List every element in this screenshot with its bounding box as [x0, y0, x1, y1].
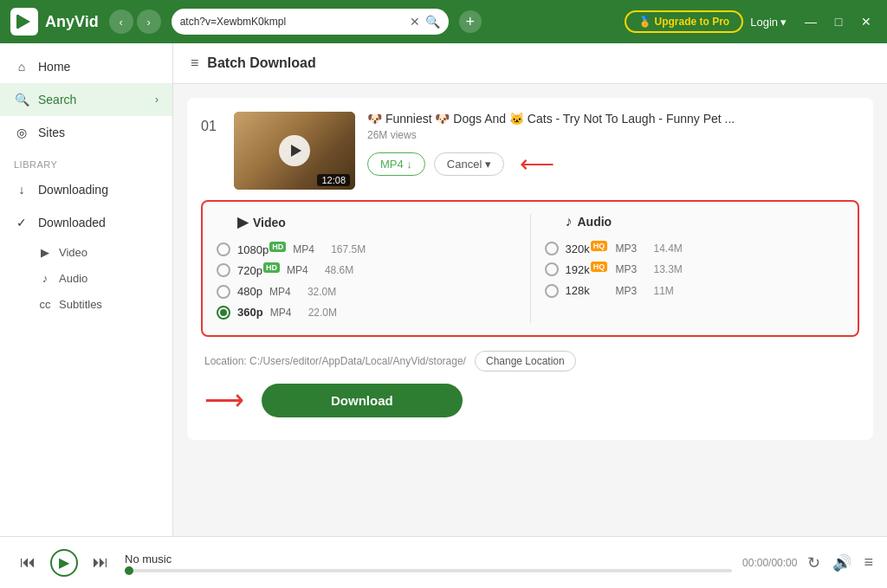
url-bar: atch?v=XewbmK0kmpl ✕ 🔍	[172, 9, 449, 35]
subtitles-sub-label: Subtitles	[59, 298, 102, 311]
audio-header-label: Audio	[578, 215, 612, 229]
video-sub-label: Video	[59, 246, 87, 259]
change-location-button[interactable]: Change Location	[475, 351, 576, 372]
sites-icon: ◎	[14, 125, 29, 140]
maximize-button[interactable]: □	[828, 11, 849, 32]
format-row-480p[interactable]: 480p MP4 32.0M	[217, 281, 516, 302]
format-row-320k[interactable]: 320kHQ MP3 14.4M	[545, 238, 845, 259]
type-360p: MP4	[270, 307, 301, 319]
res-1080p: 1080pHD	[237, 242, 286, 256]
type-320k: MP3	[616, 242, 647, 255]
sidebar: ⌂ Home 🔍 Search › ◎ Sites Library ↓ Down…	[0, 43, 173, 536]
url-close-icon[interactable]: ✕	[410, 15, 420, 29]
cancel-button[interactable]: Cancel ▾	[434, 152, 504, 176]
format-row-1080p[interactable]: 1080pHD MP4 167.5M	[217, 239, 516, 260]
res-360p: 360p	[237, 306, 263, 319]
sidebar-item-downloading[interactable]: ↓ Downloading	[0, 173, 172, 206]
format-row-720p[interactable]: 720pHD MP4 48.6M	[217, 260, 516, 281]
player-time: 00:00/00:00	[742, 557, 797, 569]
format-button[interactable]: MP4 ↓	[367, 152, 425, 176]
red-arrow-icon: ⟵	[520, 150, 554, 178]
nav-arrows: ‹ ›	[109, 10, 161, 34]
video-card: 01 12:08 🐶 Funniest 🐶 Dogs And 🐱 Cats - …	[187, 98, 873, 440]
radio-720p[interactable]	[217, 263, 230, 277]
video-sub-icon: ▶	[38, 245, 52, 259]
nav-back[interactable]: ‹	[109, 10, 133, 34]
next-button[interactable]: ⏭	[87, 549, 114, 577]
library-section-label: Library	[0, 149, 172, 173]
audio-sub-icon: ♪	[38, 271, 52, 285]
size-1080p: 167.5M	[331, 243, 379, 255]
audio-format-header: ♪ Audio	[545, 214, 845, 229]
nav-forward[interactable]: ›	[137, 10, 161, 34]
new-tab-button[interactable]: +	[459, 10, 482, 33]
audio-format-col: ♪ Audio 320kHQ MP3 14.4M	[545, 214, 845, 323]
type-720p: MP4	[287, 264, 318, 276]
player-right-controls: ↻ 🔊 ≡	[807, 553, 873, 572]
format-row-128k[interactable]: 128k MP3 11M	[545, 281, 845, 301]
player-progress-dot	[125, 566, 133, 575]
sidebar-item-sites[interactable]: ◎ Sites	[0, 116, 172, 149]
radio-360p[interactable]	[217, 306, 230, 320]
video-info: 🐶 Funniest 🐶 Dogs And 🐱 Cats - Try Not T…	[367, 112, 859, 178]
sidebar-item-home[interactable]: ⌂ Home	[0, 50, 172, 83]
login-button[interactable]: Login ▾	[750, 16, 787, 29]
prev-button[interactable]: ⏮	[14, 549, 42, 577]
repeat-button[interactable]: ↻	[807, 553, 820, 572]
size-128k: 11M	[654, 285, 702, 297]
volume-button[interactable]: 🔊	[832, 553, 851, 572]
content-scroll: 01 12:08 🐶 Funniest 🐶 Dogs And 🐱 Cats - …	[173, 84, 887, 536]
radio-320k[interactable]	[545, 242, 559, 255]
playlist-button[interactable]: ≡	[864, 553, 873, 572]
close-button[interactable]: ✕	[856, 11, 877, 32]
video-title: 🐶 Funniest 🐶 Dogs And 🐱 Cats - Try Not T…	[367, 112, 859, 126]
login-label: Login	[750, 16, 778, 29]
batch-icon: ≡	[191, 55, 198, 71]
radio-192k[interactable]	[545, 262, 559, 276]
subtitles-sub-icon: cc	[38, 297, 52, 311]
size-320k: 14.4M	[654, 242, 702, 255]
downloading-icon: ↓	[14, 182, 29, 197]
location-bar: Location: C:/Users/editor/AppData/Local/…	[201, 344, 859, 375]
size-360p: 22.0M	[308, 307, 356, 319]
radio-1080p[interactable]	[217, 242, 230, 256]
upgrade-button[interactable]: 🏅 Upgrade to Pro	[625, 10, 743, 33]
play-button[interactable]: ▶	[50, 549, 78, 577]
downloaded-label: Downloaded	[38, 216, 106, 229]
player-progress-bar[interactable]	[125, 569, 732, 572]
sidebar-item-audio[interactable]: ♪ Audio	[38, 265, 172, 291]
sidebar-item-video[interactable]: ▶ Video	[38, 239, 172, 265]
video-header-label: Video	[253, 216, 286, 229]
format-columns: ▶ Video 1080pHD MP4 167.5M	[217, 214, 844, 323]
type-128k: MP3	[616, 285, 647, 297]
sidebar-item-downloaded[interactable]: ✓ Downloaded	[0, 206, 172, 239]
download-button[interactable]: Download	[262, 384, 463, 417]
video-format-icon: ▶	[237, 214, 248, 230]
titlebar: AnyVid ‹ › atch?v=XewbmK0kmpl ✕ 🔍 + 🏅 Up…	[0, 0, 887, 43]
url-text: atch?v=XewbmK0kmpl	[180, 16, 405, 28]
sidebar-item-search[interactable]: 🔍 Search ›	[0, 83, 172, 116]
format-row-192k[interactable]: 192kHQ MP3 13.3M	[545, 259, 845, 280]
audio-sub-label: Audio	[59, 272, 87, 285]
svg-marker-0	[18, 15, 30, 29]
sidebar-item-subtitles[interactable]: cc Subtitles	[38, 291, 172, 317]
video-header: 01 12:08 🐶 Funniest 🐶 Dogs And 🐱 Cats - …	[201, 112, 859, 190]
downloading-label: Downloading	[38, 183, 108, 197]
thumb-play-icon	[279, 135, 310, 166]
type-1080p: MP4	[293, 243, 324, 255]
type-480p: MP4	[269, 286, 301, 298]
freq-192k: 192kHQ	[566, 262, 609, 276]
window-controls: — □ ✕	[800, 11, 877, 32]
format-row-360p[interactable]: 360p MP4 22.0M	[217, 302, 516, 323]
size-192k: 13.3M	[654, 263, 702, 275]
radio-128k[interactable]	[545, 284, 559, 298]
logo-icon	[10, 8, 38, 36]
download-section: ⟶ Download	[201, 375, 859, 426]
minimize-button[interactable]: —	[800, 11, 821, 32]
player-title: No music	[125, 552, 732, 565]
video-views: 26M views	[367, 129, 859, 141]
res-480p: 480p	[237, 285, 262, 298]
radio-480p[interactable]	[217, 285, 230, 299]
video-actions: MP4 ↓ Cancel ▾ ⟵	[367, 150, 859, 178]
video-duration: 12:08	[317, 174, 350, 186]
